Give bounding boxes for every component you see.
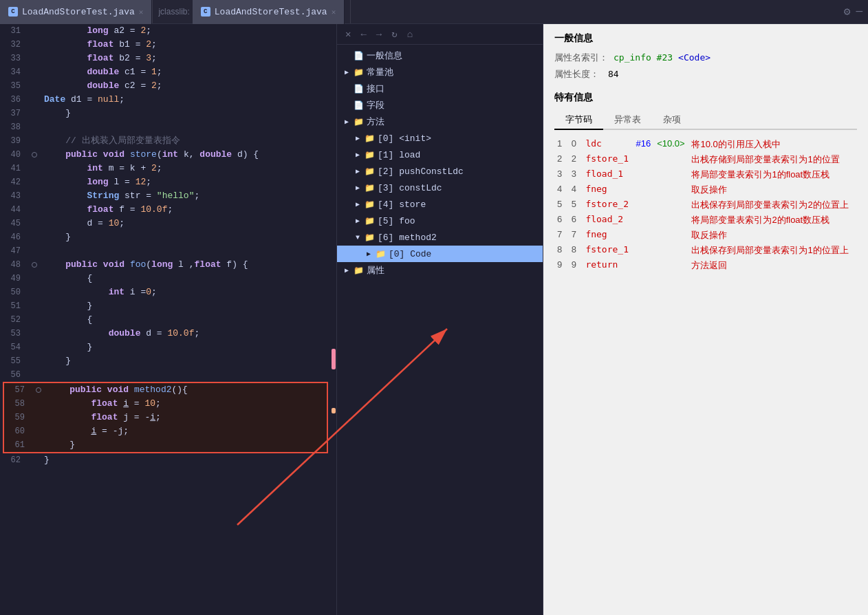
code-line: 60 i = -j; [4,424,327,438]
right-java-icon: C [201,7,210,17]
java-icon: C [8,7,18,17]
tree-item[interactable]: ▶📁属性 [337,262,543,279]
code-line: 37 } [0,107,331,120]
code-line: 59 float j = -i; [4,411,327,424]
tree-item-label: [6] method2 [378,233,437,243]
code-line: 50 int i =0; [0,285,331,299]
tree-item[interactable]: 📄一般信息 [337,47,543,64]
tree-item-label: 接口 [367,83,384,95]
bytecode-row: 55fstore_2出栈保存到局部变量表索引为2的位置上 [554,197,857,213]
folder-icon: 📁 [376,249,386,259]
bytecode-row: 10ldc#16<10.0>将10.0的引用压入栈中 [554,137,857,152]
bytecode-row: 44fneg取反操作 [554,182,857,197]
info-tab[interactable]: 异常表 [603,111,652,130]
code-line: 36Date d1 = null; [0,93,331,107]
code-line: 53 double d = 10.0f; [0,327,331,341]
tree-item-label: 一般信息 [367,50,402,62]
tree-item[interactable]: ▶📁[2] pushConstLdc [337,163,543,180]
tree-item-label: 字段 [367,99,384,111]
code-line: 52 { [0,313,331,327]
tree-item[interactable]: ▶📁方法 [337,114,543,130]
folder-icon: 📁 [365,150,375,160]
doc-icon: 📄 [354,51,364,61]
tree-item-label: [1] load [378,150,420,160]
right-tab-close[interactable]: ✕ [332,8,336,17]
code-line: 35 double c2 = 2; [0,79,331,93]
bytecode-ref[interactable]: #16 [633,137,654,152]
tree-item[interactable]: ▶📁[5] foo [337,213,543,229]
tree-item[interactable]: ▶📁[4] store [337,196,543,213]
info-panel: 一般信息 属性名索引： cp_info #23 <Code> 属性长度： 84 … [543,24,868,615]
info-tab[interactable]: 杂项 [652,111,692,130]
length-value: 84 [608,69,619,79]
tree-item[interactable]: 📄字段 [337,97,543,114]
left-editor-tab[interactable]: C LoadAndStoreTest.java ✕ [0,0,152,24]
code-line: 33 float b2 = 3; [0,52,331,65]
tree-item-label: [3] constLdc [378,183,442,193]
attr-label: 属性名索引： [554,52,608,64]
back-toolbar-btn[interactable]: ← [358,28,369,41]
folder-icon: 📁 [365,166,375,177]
tree-item-label: [5] foo [378,216,415,226]
bytecode-table: 10ldc#16<10.0>将10.0的引用压入栈中22fstore_1出栈存储… [554,137,857,273]
folder-icon: 📁 [354,67,364,78]
code-line: 34 double c1 = 1; [0,65,331,79]
folder-icon: 📁 [365,233,375,243]
code-line: 31 long a2 = 2; [0,24,331,38]
code-line: 43 String str = "hello"; [0,189,331,203]
tree-item[interactable]: ▶📁[3] constLdc [337,180,543,196]
bytecode-tabs: 字节码异常表杂项 [554,111,857,130]
bytecode-row: 33fload_1将局部变量表索引为1的float数压栈 [554,167,857,182]
home-toolbar-btn[interactable]: ⌂ [404,28,415,41]
code-line: 56 [0,368,331,382]
tree-item[interactable]: ▼📁[6] method2 [337,229,543,246]
close-toolbar-btn[interactable]: ✕ [343,27,354,41]
code-line: 42 long l = 12; [0,175,331,189]
code-line: 41 int m = k + 2; [0,162,331,175]
jclasslib-toolbar: ✕ ← → ↻ ⌂ [337,24,543,45]
folder-icon: 📁 [354,266,364,276]
tree-item[interactable]: ▶📁[0] Code [337,246,543,262]
minimize-icon[interactable]: — [856,6,862,18]
code-line: 32 float b1 = 2; [0,38,331,52]
tree-item[interactable]: ▶📁常量池 [337,64,543,80]
tree-item[interactable]: ▶📁[1] load [337,147,543,163]
length-label: 属性长度： [554,68,603,80]
right-editor-tab[interactable]: C LoadAndStoreTest.java ✕ [193,0,345,24]
bytecode-row: 88fstore_1出栈保存到局部变量表索引为1的位置上 [554,243,857,258]
code-line: 38 [0,120,331,134]
left-tab-close[interactable]: ✕ [139,8,144,17]
forward-toolbar-btn[interactable]: → [373,28,384,41]
bytecode-row: 77fneg取反操作 [554,228,857,243]
left-tab-label: LoadAndStoreTest.java [22,7,135,17]
doc-icon: 📄 [354,100,364,111]
code-line: 47 [0,244,331,258]
code-line: 58 float i = 10; [4,397,327,411]
code-line: 54 } [0,341,331,354]
attr-value[interactable]: cp_info #23 [614,52,673,63]
jclasslib-tree-panel: ✕ ← → ↻ ⌂ 📄一般信息▶📁常量池📄接口📄字段▶📁方法▶📁[0] <ini… [337,24,543,615]
settings-icon[interactable]: ⚙ [844,5,851,19]
code-line: 61 } [4,438,327,452]
code-line: 55 } [0,354,331,368]
jclasslib-label: jclasslib: [158,7,189,17]
info-tab[interactable]: 字节码 [554,111,603,130]
doc-icon: 📄 [354,84,364,94]
code-line: 45 d = 10; [0,217,331,230]
right-tab-label: LoadAndStoreTest.java [215,7,327,17]
jclasslib-tree: 📄一般信息▶📁常量池📄接口📄字段▶📁方法▶📁[0] <init>▶📁[1] lo… [337,45,543,615]
tree-item-label: 常量池 [367,66,393,78]
refresh-toolbar-btn[interactable]: ↻ [389,27,400,41]
code-line: 48 public void foo(long l ,float f) { [0,258,331,272]
tree-item[interactable]: 📄接口 [337,80,543,97]
tree-item-label: [4] store [378,199,426,210]
code-line: 62} [0,453,331,467]
tree-item-label: [0] Code [389,249,431,259]
bytecode-row: 66fload_2将局部变量表索引为2的float数压栈 [554,213,857,228]
tree-item-label: [0] <init> [378,133,431,144]
folder-icon: 📁 [354,117,364,127]
code-editor: 31 long a2 = 2;32 float b1 = 2;33 float … [0,24,337,615]
method2-highlight-box: 57 public void method2(){58 float i = 10… [3,382,328,453]
tree-item[interactable]: ▶📁[0] <init> [337,130,543,147]
special-title: 特有信息 [554,91,857,104]
